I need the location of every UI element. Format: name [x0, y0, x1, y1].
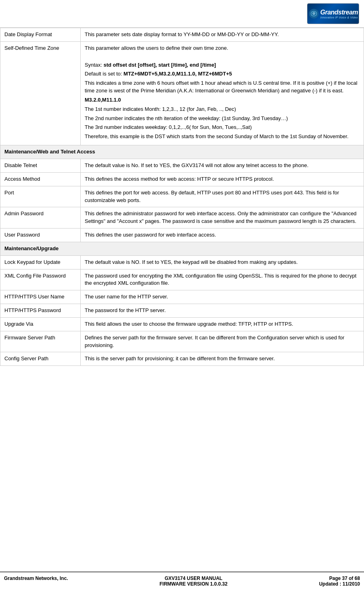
row-label: Access Method	[0, 172, 81, 186]
syntax-bold: std offset dst [offset], start [/time], …	[104, 62, 216, 68]
row-content: This defines the access method for web a…	[81, 172, 364, 186]
page-footer: Grandstream Networks, Inc. GXV3174 USER …	[0, 572, 364, 590]
logo-area: G Grandstream Innovative IP Voice & Vide…	[307, 3, 359, 24]
default-prefix: Default is set to:	[85, 71, 124, 77]
row-label: Admin Password	[0, 207, 81, 229]
row-label: User Password	[0, 229, 81, 242]
content-table: Date Display Format This parameter sets …	[0, 28, 364, 366]
table-row: HTTP/HTTPS User Name The user name for t…	[0, 290, 364, 304]
table-row: Firmware Server Path Defines the server …	[0, 331, 364, 352]
timezone-syntax: Syntax: std offset dst [offset], start […	[85, 61, 360, 69]
row-label: Lock Keypad for Update	[0, 255, 81, 269]
footer-left: Grandstream Networks, Inc.	[4, 576, 68, 587]
table-row: Config Server Path This is the server pa…	[0, 352, 364, 366]
content-text: This parameter sets date display format …	[85, 31, 279, 37]
row-label: HTTP/HTTPS User Name	[0, 290, 81, 304]
row-content: The default value is No. If set to YES, …	[81, 159, 364, 172]
footer-center-line2: FIRMWARE VERSION 1.0.0.32	[159, 581, 227, 587]
m3-bold: M3.2.0,M11.1.0	[85, 97, 121, 103]
main-content: Date Display Format This parameter sets …	[0, 28, 364, 572]
table-row: HTTP/HTTPS Password The password for the…	[0, 304, 364, 318]
footer-right-line2: Updated : 11/2010	[319, 581, 360, 587]
row-label: HTTP/HTTPS Password	[0, 304, 81, 318]
logo-brand: Grandstream	[320, 9, 358, 16]
row-label: Upgrade Via	[0, 317, 81, 331]
timezone-line0: The 1st number indicates Month: 1,2,3..,…	[85, 106, 360, 113]
table-row: Access Method This defines the access me…	[0, 172, 364, 186]
row-content: This defines the user password for web i…	[81, 229, 364, 242]
row-content: The password used for encrypting the XML…	[81, 269, 364, 290]
timezone-line2: The 3rd number indicates weekday: 0,1,2,…	[85, 124, 360, 131]
row-label: Date Display Format	[0, 28, 81, 42]
label-text: Self-Defined Time Zone	[4, 45, 59, 51]
section-header-2: Maintenance/Upgrade	[0, 242, 364, 255]
section-title-1: Maintenance/Web and Telnet Access	[4, 149, 95, 155]
footer-center: GXV3174 USER MANUAL FIRMWARE VERSION 1.0…	[159, 576, 227, 587]
default-bold: MTZ+6MDT+5,M3.2.0,M11.1.0, MTZ+6MDT+5	[124, 71, 232, 77]
svg-text:G: G	[313, 12, 315, 15]
row-label: Config Server Path	[0, 352, 81, 366]
footer-center-line1: GXV3174 USER MANUAL	[159, 576, 227, 581]
section-header-row-1: Maintenance/Web and Telnet Access	[0, 145, 364, 159]
timezone-intro: This parameter allows the users to defin…	[85, 45, 360, 52]
table-row: Upgrade Via This field allows the user t…	[0, 317, 364, 331]
row-content: This defines the administrator password …	[81, 207, 364, 229]
footer-right-line1: Page 37 of 68	[319, 576, 360, 581]
row-content: The password for the HTTP server.	[81, 304, 364, 318]
syntax-prefix: Syntax:	[85, 62, 104, 68]
table-row: Port This defines the port for web acces…	[0, 186, 364, 207]
row-label: Port	[0, 186, 81, 207]
table-row: Date Display Format This parameter sets …	[0, 28, 364, 42]
row-label: Disable Telnet	[0, 159, 81, 172]
table-row: Disable Telnet The default value is No. …	[0, 159, 364, 172]
logo-tagline: Innovative IP Voice & Video	[320, 16, 358, 19]
row-content: Defines the server path for the firmware…	[81, 331, 364, 352]
table-row: Admin Password This defines the administ…	[0, 207, 364, 229]
logo: G Grandstream Innovative IP Voice & Vide…	[307, 3, 359, 24]
timezone-line1: The 2nd number indicates the nth iterati…	[85, 115, 360, 122]
row-label-timezone: Self-Defined Time Zone	[0, 41, 81, 145]
table-row: User Password This defines the user pass…	[0, 229, 364, 242]
row-content: The user name for the HTTP server.	[81, 290, 364, 304]
section-title-2: Maintenance/Upgrade	[4, 245, 59, 251]
table-row: Lock Keypad for Update The default value…	[0, 255, 364, 269]
row-content: This field allows the user to choose the…	[81, 317, 364, 331]
page-container: G Grandstream Innovative IP Voice & Vide…	[0, 0, 364, 590]
logo-icon: G	[308, 8, 319, 19]
footer-right: Page 37 of 68 Updated : 11/2010	[319, 576, 360, 587]
timezone-m3: M3.2.0,M11.1.0	[85, 96, 360, 104]
row-content: This is the server path for provisioning…	[81, 352, 364, 366]
timezone-desc: This indicates a time zone with 6 hours …	[85, 80, 360, 95]
timezone-line3: Therefore, this example is the DST which…	[85, 133, 360, 141]
table-row-timezone: Self-Defined Time Zone This parameter al…	[0, 41, 364, 145]
row-content-timezone: This parameter allows the users to defin…	[81, 41, 364, 145]
table-row: XML Config File Password The password us…	[0, 269, 364, 290]
row-label: Firmware Server Path	[0, 331, 81, 352]
section-header-row-2: Maintenance/Upgrade	[0, 242, 364, 255]
row-content: This defines the port for web access. By…	[81, 186, 364, 207]
label-text: Date Display Format	[4, 31, 52, 37]
section-header-1: Maintenance/Web and Telnet Access	[0, 145, 364, 159]
row-content: The default value is NO. If set to YES, …	[81, 255, 364, 269]
page-header: G Grandstream Innovative IP Voice & Vide…	[0, 0, 364, 28]
row-content: This parameter sets date display format …	[81, 28, 364, 42]
timezone-default: Default is set to: MTZ+6MDT+5,M3.2.0,M11…	[85, 70, 360, 78]
row-label: XML Config File Password	[0, 269, 81, 290]
